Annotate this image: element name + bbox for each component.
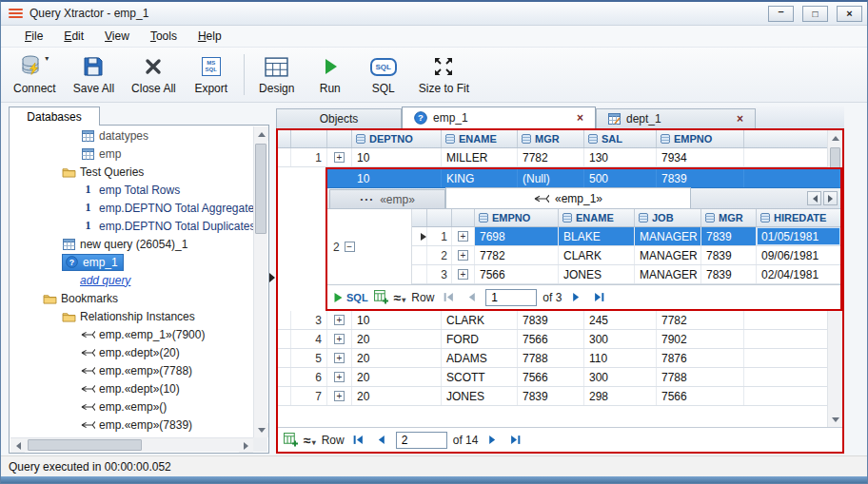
tree-item-add-query[interactable]: add query: [10, 271, 253, 289]
tree-item-test-queries[interactable]: Test Queries: [10, 163, 253, 181]
sql-button[interactable]: SQL SQL: [357, 49, 410, 100]
column-header-job[interactable]: JOB: [635, 209, 701, 226]
tab-emp-1[interactable]: ? emp_1: [402, 106, 596, 128]
run-sql-button[interactable]: SQL: [333, 292, 368, 303]
scroll-down-button[interactable]: [254, 423, 268, 437]
menu-tools[interactable]: Tools: [140, 27, 187, 46]
tab-dept-1[interactable]: dept_1: [596, 108, 756, 128]
menu-view[interactable]: View: [94, 27, 140, 46]
maximize-button[interactable]: [802, 6, 828, 22]
next-row-button[interactable]: [567, 289, 584, 306]
table-row[interactable]: 7 20 JONES 7839 298 7566: [278, 387, 827, 406]
scroll-tabs-right-button[interactable]: [823, 191, 838, 205]
scroll-thumb[interactable]: [28, 439, 142, 451]
last-row-button[interactable]: [590, 289, 607, 306]
expand-row-button[interactable]: [452, 227, 475, 245]
tree-item-bookmarks[interactable]: Bookmarks: [10, 289, 253, 307]
signature-dropdown-icon[interactable]: [394, 290, 406, 305]
next-row-button[interactable]: [483, 432, 501, 449]
first-row-button[interactable]: [350, 432, 367, 449]
tree-item-total-aggregates[interactable]: 1 emp.DEPTNO Total Aggregates: [10, 199, 253, 217]
run-button[interactable]: Run: [304, 49, 357, 100]
size-to-fit-button[interactable]: Size to Fit: [410, 49, 478, 100]
table-row[interactable]: 1 10 MILLER 7782 130 7934: [278, 148, 827, 167]
tree-item-rel-emp-emp-7839[interactable]: emp.«emp»(7839): [10, 416, 253, 434]
column-header-mgr[interactable]: MGR: [701, 209, 757, 226]
tree-vertical-scrollbar[interactable]: [253, 126, 267, 437]
table-row[interactable]: 6 20 SCOTT 7566 300 7788: [278, 368, 827, 387]
scroll-right-button[interactable]: [239, 438, 253, 453]
row-number-input[interactable]: [396, 432, 447, 449]
table-row[interactable]: 3 10 CLARK 7839 245 7782: [278, 311, 827, 330]
expand-row-button[interactable]: [452, 265, 475, 283]
expand-row-button[interactable]: [327, 311, 352, 329]
tree-item-emp-total-rows[interactable]: 1 emp Total Rows: [10, 181, 253, 199]
menu-file[interactable]: File: [14, 27, 53, 46]
app-menu-icon[interactable]: [9, 9, 23, 18]
tree-item-datatypes[interactable]: datatypes: [10, 126, 253, 145]
tab-close-icon[interactable]: [737, 114, 743, 124]
column-header-hiredate[interactable]: HIREDATE: [757, 209, 840, 226]
column-header-sal[interactable]: SAL: [584, 130, 657, 147]
detail-tab-emp-1[interactable]: «emp_1»: [445, 187, 691, 208]
signature-dropdown-icon[interactable]: [304, 433, 316, 448]
close-all-button[interactable]: Close All: [123, 49, 185, 100]
scroll-up-button[interactable]: [828, 130, 842, 145]
column-header-mgr[interactable]: MGR: [518, 130, 584, 147]
tab-close-icon[interactable]: [577, 113, 583, 123]
table-row[interactable]: 2 7782 CLARK MANAGER 7839 09/06/1981: [412, 246, 840, 265]
tree-item-rel-emp-dept-20[interactable]: emp.«dept»(20): [10, 343, 253, 361]
column-header-deptno[interactable]: DEPTNO: [352, 130, 442, 147]
scroll-tabs-left-button[interactable]: [807, 191, 821, 205]
expand-row-button[interactable]: [452, 246, 475, 264]
tree-item-emp-1-selected[interactable]: ? emp_1: [10, 253, 253, 271]
tree-item-rel-emp-dept-10[interactable]: emp.«dept»(10): [10, 379, 253, 397]
menu-edit[interactable]: Edit: [53, 27, 94, 46]
selected-master-row[interactable]: 10 KING (Null) 500 7839: [327, 169, 840, 188]
column-header-empno[interactable]: EMPNO: [657, 130, 744, 147]
connect-dropdown-icon[interactable]: ▾: [45, 54, 49, 63]
menu-help[interactable]: Help: [187, 27, 232, 46]
table-row[interactable]: 3 7566 JONES MANAGER 7839 02/04/1981: [412, 265, 840, 284]
tree-item-total-duplicates[interactable]: 1 emp.DEPTNO Total Duplicates: [10, 217, 253, 235]
scroll-thumb[interactable]: [255, 144, 266, 234]
design-button[interactable]: Design: [250, 49, 304, 100]
tree-horizontal-scrollbar[interactable]: [10, 437, 253, 452]
expand-row-button[interactable]: [327, 330, 352, 348]
scroll-down-button[interactable]: [828, 413, 842, 427]
databases-tab[interactable]: Databases: [9, 106, 100, 126]
previous-row-button[interactable]: [463, 289, 480, 306]
tree-item-new-query[interactable]: new query (26054)_1: [10, 235, 253, 253]
tree-item-relationship-instances[interactable]: Relationship Instances: [10, 307, 253, 325]
expand-row-button[interactable]: [327, 387, 352, 405]
table-row[interactable]: 1 7698 BLAKE MANAGER 7839 01/05/1981: [412, 227, 840, 246]
previous-row-button[interactable]: [373, 432, 390, 449]
expand-row-button[interactable]: [327, 148, 352, 166]
first-row-button[interactable]: [440, 289, 457, 306]
minimize-button[interactable]: [768, 6, 794, 22]
connect-button[interactable]: ▾ Connect: [5, 49, 65, 100]
table-row[interactable]: 4 20 FORD 7566 300 7902: [278, 330, 827, 349]
tree-item-rel-emp-emp-7788[interactable]: emp.«emp»(7788): [10, 361, 253, 379]
expand-row-button[interactable]: [327, 349, 352, 367]
scroll-left-button[interactable]: [10, 438, 25, 453]
close-button[interactable]: [837, 6, 862, 22]
tree-item-rel-emp-emp-empty[interactable]: emp.«emp»(): [10, 397, 253, 416]
export-button[interactable]: MSSQL Export: [185, 49, 238, 100]
panel-splitter[interactable]: [269, 106, 276, 454]
append-rows-icon[interactable]: [284, 433, 298, 447]
tree-item-emp[interactable]: emp: [10, 145, 253, 163]
column-header-ename[interactable]: ENAME: [559, 209, 635, 226]
tab-objects[interactable]: Objects: [276, 108, 402, 128]
collapse-panel-icon[interactable]: [269, 273, 275, 282]
table-row[interactable]: 5 20 ADAMS 7788 110 7876: [278, 349, 827, 368]
scroll-up-button[interactable]: [254, 126, 268, 141]
save-all-button[interactable]: Save All: [65, 49, 123, 100]
detail-tab-emp[interactable]: «emp»: [329, 189, 445, 208]
column-header-empno[interactable]: EMPNO: [475, 209, 559, 226]
append-rows-icon[interactable]: [374, 290, 388, 304]
last-row-button[interactable]: [506, 432, 523, 449]
expand-row-button[interactable]: [327, 368, 352, 386]
tree-item-rel-emp-emp1-7900[interactable]: emp.«emp_1»(7900): [10, 325, 253, 343]
row-number-input[interactable]: [485, 289, 537, 306]
